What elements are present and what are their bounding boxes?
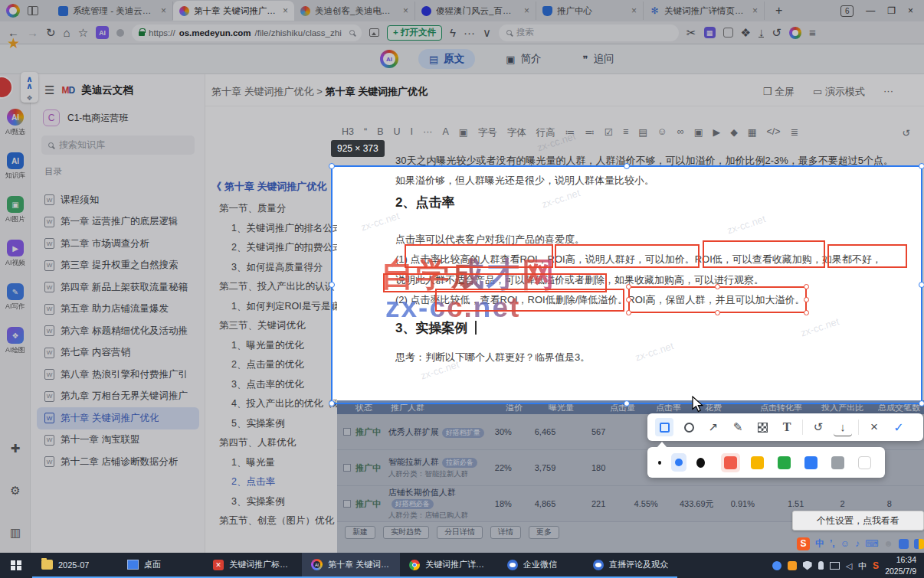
capture-selection-region[interactable]: [331, 165, 922, 404]
clock-date: 2025/7/9: [885, 566, 916, 576]
ellipse-icon: [684, 423, 694, 433]
divider: [858, 420, 859, 435]
stroke-size-small[interactable]: [658, 461, 661, 465]
save-download-tool[interactable]: ↓: [834, 418, 852, 436]
capture-color-palette: [647, 447, 885, 478]
windows-taskbar: 2025-07 桌面 ✕关键词推广标准计... 第十章 关键词推广... 关键词…: [0, 553, 924, 578]
sogou-ime-bar: S 中 ’, ☺ ♪ ⌨ ☻: [797, 534, 924, 553]
capture-toolbar: ↗ ✎ T ↺ ↓ × ✓: [647, 413, 923, 441]
mouse-cursor: [692, 396, 704, 413]
ellipse-tool[interactable]: [680, 418, 698, 436]
stroke-dot: [675, 459, 683, 466]
stroke-size-large[interactable]: [696, 458, 705, 468]
windows-logo-icon: [11, 560, 21, 571]
selection-handle-se[interactable]: [919, 400, 924, 407]
color-swatch-chip: [724, 456, 737, 469]
shield-tray-icon[interactable]: [803, 561, 812, 570]
stroke-size-medium-selected[interactable]: [671, 453, 686, 472]
pen-tool[interactable]: ✎: [729, 418, 747, 436]
color-swatch-chip: [831, 456, 844, 469]
mic-icon[interactable]: ♪: [855, 538, 860, 549]
taskbar-item-wecom[interactable]: 企业微信: [498, 553, 584, 578]
ime-indicator-icon[interactable]: 中: [858, 561, 867, 570]
rect-icon: [660, 423, 670, 433]
color-swatch-chip: [751, 456, 764, 469]
color-swatch[interactable]: [801, 453, 821, 472]
taskbar-item-chapter10-active[interactable]: 第十章 关键词推广...: [302, 553, 400, 578]
color-swatch[interactable]: [855, 453, 874, 472]
sogou-logo-icon[interactable]: S: [797, 537, 810, 550]
rect-tool[interactable]: [655, 418, 673, 436]
divider: [802, 420, 803, 435]
taskbar-item-folder[interactable]: 2025-07: [32, 553, 118, 578]
folder-icon: [41, 560, 53, 570]
selection-handle-s[interactable]: [624, 400, 630, 407]
taskbar-item-live-comments[interactable]: 直播评论及观众: [584, 553, 677, 578]
color-swatch[interactable]: [748, 453, 767, 472]
screen: 系统管理 - 美迪云管理 × 第十章 关键词推广优化 × 美迪创客_美迪电商_美…: [0, 0, 924, 578]
punctuation-icon[interactable]: ’,: [830, 538, 835, 549]
orange-app-tray-icon[interactable]: [788, 561, 797, 570]
mosaic-icon: [758, 423, 768, 433]
confirm-capture-button[interactable]: ✓: [890, 418, 908, 436]
red-app-icon: ✕: [213, 560, 224, 570]
volume-tray-icon[interactable]: ◁: [846, 561, 852, 570]
selection-handle-ne[interactable]: [919, 163, 924, 169]
color-swatch-chip: [858, 456, 871, 469]
selection-handle-nw[interactable]: [329, 163, 335, 169]
taskbar-clock[interactable]: 16:34 2025/7/9: [885, 553, 924, 578]
taskbar-item-desktop[interactable]: 桌面: [118, 553, 204, 578]
color-swatch[interactable]: [828, 453, 847, 472]
selection-handle-w[interactable]: [329, 282, 335, 288]
wecom-icon: [507, 560, 518, 570]
capture-dim-left: [0, 165, 331, 404]
system-tray: ◁ 中 S: [772, 553, 885, 578]
toolbox-grid-icon[interactable]: [914, 539, 924, 549]
user-icon[interactable]: ☻: [883, 538, 893, 549]
arrow-tool[interactable]: ↗: [704, 418, 722, 436]
desktop-icon: [127, 560, 139, 570]
undo-tool[interactable]: ↺: [809, 418, 827, 436]
cancel-capture-button[interactable]: ×: [865, 418, 883, 436]
emoji-icon[interactable]: ☺: [840, 538, 850, 549]
skin-icon[interactable]: [899, 539, 909, 549]
color-swatch-chip: [804, 456, 818, 469]
clock-time: 16:34: [896, 554, 916, 565]
mosaic-tool[interactable]: [753, 418, 772, 436]
start-button[interactable]: [0, 553, 32, 578]
wecom-tray-icon[interactable]: [772, 561, 781, 570]
wecom-icon: [593, 560, 604, 570]
mic-tray-icon[interactable]: [818, 561, 824, 570]
taskbar-item-keyword-plan[interactable]: ✕关键词推广标准计...: [204, 553, 302, 578]
selection-handle-sw[interactable]: [329, 400, 335, 407]
keyboard-icon[interactable]: ⌨: [865, 538, 878, 549]
ai-app-icon: [311, 559, 323, 570]
text-tool[interactable]: T: [778, 418, 796, 436]
sogou-tooltip: 个性设置，点我看看: [792, 511, 924, 531]
color-swatch[interactable]: [775, 453, 794, 472]
capture-size-label: 925 × 373: [331, 140, 385, 157]
selection-handle-e[interactable]: [919, 282, 924, 288]
display-tray-icon[interactable]: [830, 562, 840, 570]
color-swatch[interactable]: [721, 453, 740, 472]
sogou-tray-icon[interactable]: S: [873, 561, 879, 570]
selection-handle-n[interactable]: [624, 163, 630, 169]
chrome-icon: [409, 560, 420, 570]
capture-dim-top: [0, 0, 924, 165]
ime-zh-icon[interactable]: 中: [815, 537, 824, 550]
taskbar-item-chrome[interactable]: 关键词推广详情页...: [400, 553, 498, 578]
color-swatch-chip: [778, 456, 791, 469]
